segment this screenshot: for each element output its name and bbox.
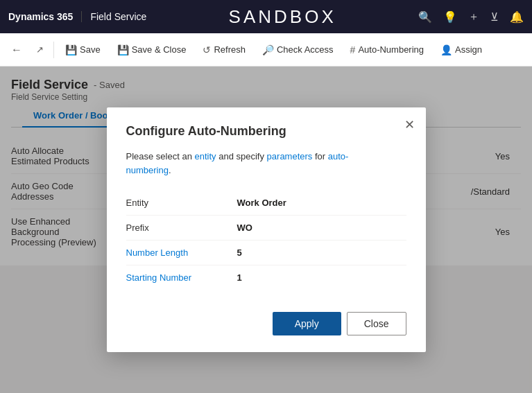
sandbox-title: SANDBOX	[146, 6, 418, 28]
field-label-prefix: Prefix	[126, 222, 237, 233]
field-value-starting-number: 1	[237, 272, 242, 283]
close-button[interactable]: Close	[347, 312, 406, 335]
auto-numbering-link: auto-numbering	[126, 151, 349, 175]
notification-icon[interactable]: 🔔	[510, 10, 524, 24]
page-background: Field Service - Saved Field Service Sett…	[0, 67, 532, 393]
check-access-icon: 🔎	[262, 44, 274, 55]
new-window-button[interactable]: ↗	[31, 42, 49, 58]
add-icon[interactable]: ＋	[468, 10, 479, 24]
modal-close-button[interactable]: ✕	[404, 117, 415, 132]
params-link: parameters	[267, 151, 313, 161]
save-close-button[interactable]: 💾 Save & Close	[110, 40, 194, 60]
field-label-starting-number: Starting Number	[126, 272, 237, 283]
entity-link: entity	[195, 151, 216, 161]
modal-fields-table: Entity Work Order Prefix WO Number Lengt…	[126, 191, 406, 290]
search-icon[interactable]: 🔍	[418, 10, 432, 24]
auto-numbering-icon: #	[350, 44, 356, 55]
filter-icon[interactable]: ⊻	[490, 10, 499, 24]
field-row-starting-number: Starting Number 1	[126, 265, 406, 290]
modal-overlay: Configure Auto-Numbering ✕ Please select…	[0, 67, 532, 393]
lightbulb-icon[interactable]: 💡	[443, 10, 457, 24]
toolbar: ← ↗ 💾 Save 💾 Save & Close ↺ Refresh 🔎 Ch…	[0, 33, 532, 67]
modal-footer: Apply Close	[126, 312, 406, 335]
field-label-entity: Entity	[126, 198, 237, 208]
top-navigation: Dynamics 365 Field Service SANDBOX 🔍 💡 ＋…	[0, 0, 532, 33]
modal-title: Configure Auto-Numbering	[126, 124, 406, 139]
field-row-prefix: Prefix WO	[126, 216, 406, 241]
fieldservice-link[interactable]: Field Service	[82, 11, 146, 22]
back-button[interactable]: ←	[6, 41, 28, 59]
check-access-button[interactable]: 🔎 Check Access	[255, 40, 341, 60]
apply-button[interactable]: Apply	[273, 312, 341, 335]
field-value-prefix: WO	[237, 222, 252, 233]
configure-auto-numbering-modal: Configure Auto-Numbering ✕ Please select…	[107, 107, 426, 352]
assign-button[interactable]: 👤 Assign	[434, 40, 489, 60]
field-label-number-length: Number Length	[126, 247, 237, 258]
toolbar-divider-1	[53, 42, 54, 58]
refresh-button[interactable]: ↺ Refresh	[196, 40, 252, 60]
save-icon: 💾	[65, 44, 77, 55]
auto-numbering-button[interactable]: # Auto-Numbering	[343, 40, 431, 60]
save-close-icon: 💾	[117, 44, 129, 55]
save-button[interactable]: 💾 Save	[58, 40, 108, 60]
refresh-icon: ↺	[203, 44, 211, 55]
assign-icon: 👤	[440, 44, 452, 55]
field-value-number-length: 5	[237, 247, 242, 258]
field-row-number-length: Number Length 5	[126, 241, 406, 265]
top-nav-icons: 🔍 💡 ＋ ⊻ 🔔	[418, 10, 524, 24]
field-value-entity: Work Order	[237, 198, 286, 208]
modal-description: Please select an entity and specify para…	[126, 150, 406, 177]
field-row-entity: Entity Work Order	[126, 191, 406, 216]
dynamics365-link[interactable]: Dynamics 365	[8, 11, 82, 22]
